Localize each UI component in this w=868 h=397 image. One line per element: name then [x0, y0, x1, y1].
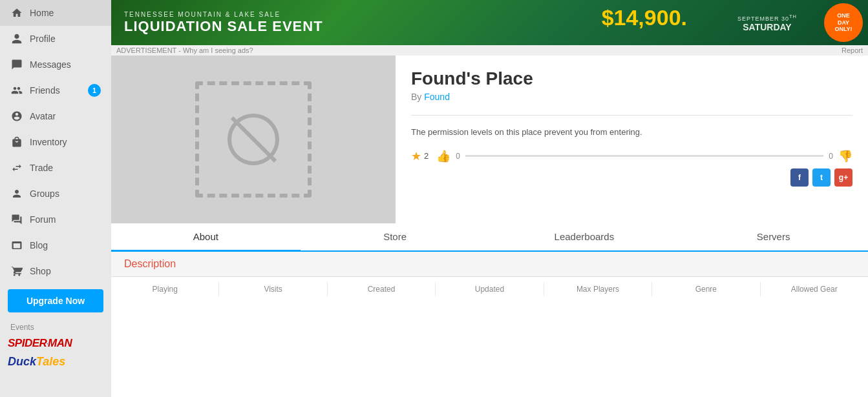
friends-icon	[10, 84, 23, 97]
sidebar-item-friends[interactable]: Friends 1	[0, 77, 111, 103]
sidebar-item-shop[interactable]: Shop	[0, 258, 111, 284]
sidebar-item-messages[interactable]: Messages	[0, 52, 111, 77]
game-thumbnail	[111, 56, 396, 223]
sidebar-item-inventory-label: Inventory	[30, 137, 101, 147]
thumbs-down-count: 0	[829, 152, 833, 161]
game-actions: ★ 2 👍 0 0 👎	[411, 149, 852, 163]
no-entry-icon	[228, 114, 279, 165]
rating-line	[465, 155, 823, 157]
ad-footer: ADVERTISEMENT - Why am I seeing ads? Rep…	[111, 45, 868, 56]
sidebar-item-home-label: Home	[30, 8, 101, 18]
stat-visits-label: Visits	[264, 285, 282, 294]
ducktales-event[interactable]: DuckTales	[0, 352, 111, 371]
description-section: Description	[111, 252, 868, 276]
sidebar-item-messages-label: Messages	[30, 59, 101, 70]
ad-report-link[interactable]: Report	[842, 46, 863, 54]
sidebar-item-shop-label: Shop	[30, 266, 101, 276]
ad-banner: TENNESSEE MOUNTAIN & LAKE SALE LIQUIDATI…	[111, 0, 868, 45]
sidebar-item-profile-label: Profile	[30, 34, 101, 44]
trade-icon	[10, 161, 23, 174]
game-tabs: About Store Leaderboards Servers	[111, 223, 868, 252]
ad-sep: SEPTEMBER 30TH SATURDAY	[737, 0, 797, 45]
sidebar-item-avatar[interactable]: Avatar	[0, 103, 111, 129]
spiderman-event[interactable]: SPIDER·MAN	[0, 334, 111, 352]
avatar-icon	[10, 110, 23, 123]
ad-label: ADVERTISEMENT - Why am I seeing ads?	[116, 46, 253, 54]
stat-updated-label: Updated	[475, 285, 504, 294]
by-prefix: By	[411, 92, 421, 102]
thumbs-up-count: 0	[456, 152, 460, 161]
stat-created-label: Created	[368, 285, 396, 294]
game-author-link[interactable]: Found	[424, 92, 450, 102]
ad-line2: LIQUIDATION SALE EVENT	[124, 18, 323, 35]
stat-visits: Visits	[219, 282, 327, 296]
sidebar-item-trade-label: Trade	[30, 163, 101, 173]
person-icon	[10, 32, 23, 45]
sidebar-item-forum-label: Forum	[30, 214, 101, 225]
sidebar-item-friends-label: Friends	[30, 85, 81, 96]
message-icon	[10, 58, 23, 71]
game-info-panel: Found's Place By Found The permission le…	[396, 56, 868, 223]
groups-icon	[10, 187, 23, 200]
rating-bar: 👍 0 0 👎	[436, 149, 852, 163]
sidebar-item-trade[interactable]: Trade	[0, 155, 111, 181]
stat-allowed-gear-label: Allowed Gear	[791, 285, 838, 294]
blog-icon	[10, 239, 23, 252]
thumbs-down-button[interactable]: 👎	[838, 149, 852, 163]
game-by: By Found	[411, 92, 852, 102]
favorite-button[interactable]: ★ 2	[411, 149, 429, 163]
stat-created: Created	[328, 282, 436, 296]
sidebar-item-home[interactable]: Home	[0, 0, 111, 26]
ad-oneday: ONE DAY ONLY!	[824, 3, 863, 42]
game-top: Found's Place By Found The permission le…	[111, 56, 868, 223]
events-section-label: Events	[0, 318, 111, 334]
stats-row: Playing Visits Created Updated Max Playe…	[111, 276, 868, 301]
description-label: Description	[124, 258, 176, 269]
friends-badge: 1	[88, 84, 101, 97]
googleplus-share-button[interactable]: g+	[834, 168, 852, 187]
stat-genre: Genre	[652, 282, 760, 296]
tab-servers[interactable]: Servers	[679, 223, 868, 252]
stat-max-players: Max Players	[544, 282, 652, 296]
upgrade-button[interactable]: Upgrade Now	[8, 289, 103, 312]
no-image-placeholder	[195, 81, 312, 198]
social-buttons: f t g+	[411, 168, 852, 187]
sidebar: Home Profile Messages Friends 1 Avatar I…	[0, 0, 111, 397]
home-icon	[10, 6, 23, 19]
tab-store[interactable]: Store	[301, 223, 490, 252]
sidebar-item-blog-label: Blog	[30, 240, 101, 250]
ad-price: $14,900.	[602, 5, 687, 30]
permission-message: The permission levels on this place prev…	[411, 115, 852, 139]
sidebar-item-avatar-label: Avatar	[30, 111, 101, 121]
twitter-share-button[interactable]: t	[812, 168, 831, 187]
facebook-share-button[interactable]: f	[790, 168, 809, 187]
sidebar-item-forum[interactable]: Forum	[0, 207, 111, 232]
bag-icon	[10, 136, 23, 148]
star-icon: ★	[411, 149, 421, 163]
thumbs-up-button[interactable]: 👍	[436, 149, 450, 163]
stat-updated: Updated	[436, 282, 544, 296]
stat-playing-label: Playing	[153, 285, 178, 294]
tab-about[interactable]: About	[111, 223, 301, 252]
stat-max-players-label: Max Players	[577, 285, 619, 294]
shop-icon	[10, 265, 23, 278]
stat-genre-label: Genre	[695, 285, 717, 294]
forum-icon	[10, 213, 23, 226]
sidebar-item-groups[interactable]: Groups	[0, 181, 111, 207]
stat-allowed-gear: Allowed Gear	[761, 282, 868, 296]
sidebar-item-profile[interactable]: Profile	[0, 26, 111, 52]
sidebar-item-inventory[interactable]: Inventory	[0, 129, 111, 155]
tab-leaderboards[interactable]: Leaderboards	[490, 223, 679, 252]
sidebar-item-blog[interactable]: Blog	[0, 232, 111, 258]
ad-line1: TENNESSEE MOUNTAIN & LAKE SALE	[124, 11, 323, 18]
sidebar-item-groups-label: Groups	[30, 188, 101, 199]
star-count: 2	[424, 151, 429, 161]
main-content: TENNESSEE MOUNTAIN & LAKE SALE LIQUIDATI…	[111, 0, 868, 397]
stat-playing: Playing	[111, 282, 219, 296]
game-page: Found's Place By Found The permission le…	[111, 56, 868, 397]
game-title: Found's Place	[411, 68, 852, 89]
